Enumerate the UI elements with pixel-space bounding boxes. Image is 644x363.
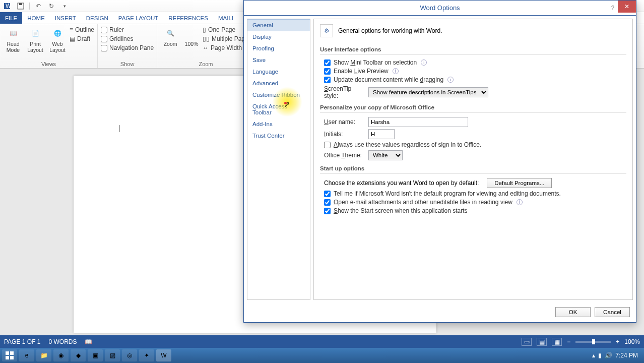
nav-proofing[interactable]: Proofing [247,43,310,54]
svg-rect-3 [19,3,22,5]
status-proofing-icon[interactable]: 📖 [85,338,92,345]
nav-customize-ribbon[interactable]: Customize Ribbon [247,89,310,101]
lbl-extensions: Choose the extensions you want Word to o… [324,179,479,187]
navpane-checkbox[interactable]: Navigation Pane [101,44,154,51]
ie-icon[interactable]: e [19,349,34,361]
lbl-start-screen[interactable]: Show the Start screen when this applicat… [334,207,467,214]
print-layout-button[interactable]: 📄Print Layout [25,25,45,60]
nav-display[interactable]: Display [247,31,310,43]
app-icon-4[interactable]: ◎ [122,349,137,361]
help-icon[interactable]: ? [608,3,618,13]
lbl-theme: Office Theme: [324,152,364,159]
lbl-live-preview[interactable]: Enable Live Preview [334,68,389,75]
tab-insert[interactable]: INSERT [50,12,81,24]
ruler-checkbox[interactable]: Ruler [101,26,154,33]
screentip-select[interactable]: Show feature descriptions in ScreenTips [368,87,488,97]
nav-qat[interactable]: Quick Access Toolbar [247,101,310,118]
one-page-icon: ▯ [203,26,206,33]
status-words[interactable]: 0 WORDS [48,338,77,345]
redo-icon[interactable]: ↻ [47,2,56,11]
info-icon[interactable]: i [447,77,454,83]
tab-file[interactable]: FILE [0,12,22,24]
app-icon-2[interactable]: ▣ [88,349,103,361]
gridlines-checkbox[interactable]: Gridlines [101,35,154,42]
ok-button[interactable]: OK [555,307,591,317]
chk-update-drag[interactable] [324,77,331,83]
lbl-tell-default[interactable]: Tell me if Microsoft Word isn't the defa… [334,190,561,197]
app-icon-3[interactable]: ▨ [105,349,120,361]
group-label-show: Show [101,60,154,68]
chk-start-screen[interactable] [324,208,331,214]
section-personalize: Personalize your copy of Microsoft Offic… [320,102,626,113]
word-taskbar-icon[interactable]: W [156,349,171,361]
system-tray: ▴ ▮ 🔊 7:24 PM [592,352,642,359]
tab-references[interactable]: REFERENCES [163,12,213,24]
initials-input[interactable] [368,129,395,139]
nav-general[interactable]: General [247,19,310,31]
lbl-open-email[interactable]: Open e-mail attachments and other unedit… [334,199,512,206]
dialog-titlebar[interactable]: Word Options ? ✕ [244,1,636,16]
tray-time[interactable]: 7:24 PM [615,352,638,359]
tray-network-icon[interactable]: ▮ [598,352,602,359]
status-page[interactable]: PAGE 1 OF 1 [4,338,40,345]
tray-up-icon[interactable]: ▴ [592,352,595,359]
web-layout-button[interactable]: 🌐Web Layout [47,25,68,60]
group-views: 📖Read Mode 📄Print Layout 🌐Web Layout ≡Ou… [0,24,98,68]
zoom-value[interactable]: 100% [624,338,640,345]
chk-tell-default[interactable] [324,191,331,197]
group-zoom: 🔍Zoom 100% ▯One Page ▯▯Multiple Pages ↔P… [157,24,255,68]
draft-icon: ▤ [70,35,75,42]
view-print-icon[interactable]: ▤ [537,338,547,346]
zoom-out-icon[interactable]: − [567,338,570,345]
zoom-button[interactable]: 🔍Zoom [160,25,180,60]
nav-advanced[interactable]: Advanced [247,78,310,89]
nav-trust-center[interactable]: Trust Center [247,130,310,142]
percent-icon [184,26,199,40]
tab-design[interactable]: DESIGN [81,12,113,24]
word-icon: W [3,2,12,11]
zoom-100-button[interactable]: 100% [182,25,201,60]
tab-page-layout[interactable]: PAGE LAYOUT [113,12,163,24]
info-icon[interactable]: i [517,199,523,205]
taskbar: e 📁 ◉ ◆ ▣ ▨ ◎ ✦ W ▴ ▮ 🔊 7:24 PM [0,348,644,363]
lbl-mini-toolbar[interactable]: Show Mini Toolbar on selection [334,59,417,66]
username-input[interactable] [368,117,468,127]
chk-mini-toolbar[interactable] [324,59,331,66]
group-label-zoom: Zoom [160,60,251,68]
qat-dropdown-icon[interactable]: ▾ [60,2,69,11]
info-icon[interactable]: i [421,59,427,66]
view-read-icon[interactable]: ▭ [522,338,532,346]
chk-open-email[interactable] [324,199,331,206]
tab-mailings[interactable]: MAILI [213,12,238,24]
read-mode-button[interactable]: 📖Read Mode [3,25,23,60]
nav-save[interactable]: Save [247,54,310,66]
magnifier-icon: 🔍 [163,26,177,40]
app-icon-1[interactable]: ◆ [71,349,86,361]
nav-addins[interactable]: Add-Ins [247,118,310,130]
chk-live-preview[interactable] [324,68,331,75]
cancel-button[interactable]: Cancel [595,307,630,317]
explorer-icon[interactable]: 📁 [36,349,51,361]
close-icon[interactable]: ✕ [618,1,636,13]
zoom-slider[interactable] [575,341,611,343]
dialog-header-text: General options for working with Word. [338,27,442,34]
zoom-in-icon[interactable]: + [616,338,619,345]
lbl-update-drag[interactable]: Update document content while dragging [334,76,443,83]
undo-icon[interactable]: ↶ [34,2,43,11]
info-icon[interactable]: i [393,68,399,74]
chrome-icon[interactable]: ◉ [53,349,69,361]
chk-always-values[interactable] [324,142,331,148]
view-web-icon[interactable]: ▦ [552,338,562,346]
nav-language[interactable]: Language [247,66,310,78]
default-programs-button[interactable]: Default Programs... [487,178,552,188]
save-icon[interactable] [16,2,25,11]
tray-volume-icon[interactable]: 🔊 [605,352,612,359]
app-icon-5[interactable]: ✦ [139,349,154,361]
tab-home[interactable]: HOME [22,12,50,24]
theme-select[interactable]: White [368,150,403,160]
start-button[interactable] [2,349,17,361]
svg-rect-6 [6,356,9,359]
lbl-always-values[interactable]: Always use these values regardless of si… [334,141,481,148]
draft-button[interactable]: ▤Draft [70,35,94,42]
outline-button[interactable]: ≡Outline [70,26,94,33]
